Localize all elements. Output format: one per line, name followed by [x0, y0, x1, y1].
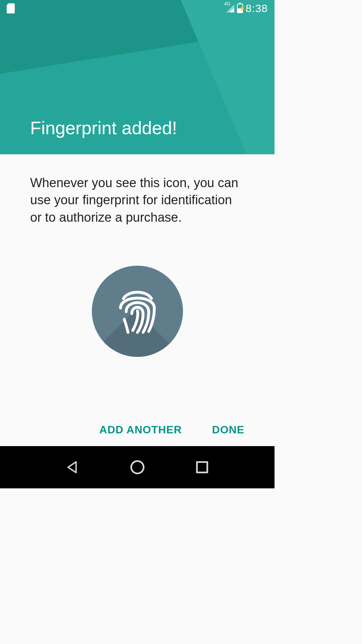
status-bar: 4G ⚡ 8:38 — [0, 0, 275, 17]
clock-time: 8:38 — [246, 2, 268, 15]
battery-icon: ⚡ — [237, 4, 243, 13]
content-area: Whenever you see this icon, you can use … — [0, 154, 275, 446]
done-button[interactable]: DONE — [212, 424, 244, 436]
nav-back-button[interactable] — [65, 460, 80, 475]
add-another-button[interactable]: ADD ANOTHER — [99, 424, 182, 436]
navigation-bar — [0, 446, 275, 488]
description-text: Whenever you see this icon, you can use … — [30, 174, 244, 226]
button-row: ADD ANOTHER DONE — [0, 424, 275, 436]
page-title: Fingerprint added! — [30, 117, 177, 138]
cellular-signal-icon: 4G — [226, 4, 234, 12]
nav-home-button[interactable] — [130, 460, 145, 475]
status-left — [7, 3, 15, 13]
status-right: 4G ⚡ 8:38 — [226, 2, 268, 15]
fingerprint-icon — [92, 266, 183, 357]
sd-card-icon — [7, 3, 15, 13]
nav-recent-button[interactable] — [195, 460, 209, 475]
